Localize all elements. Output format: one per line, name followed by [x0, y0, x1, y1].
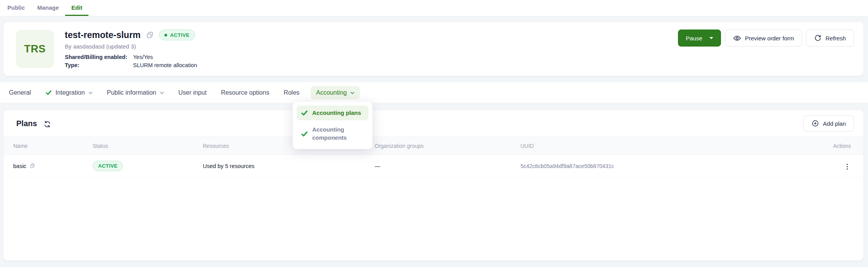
nav-tab-roles-label: Roles — [284, 89, 299, 96]
plans-table: Name Status Resources Organization group… — [3, 137, 863, 177]
nav-tab-general[interactable]: General — [9, 89, 31, 96]
column-header-organization-groups: Organization groups — [375, 137, 520, 155]
status-badge-label: ACTIVE — [170, 32, 190, 38]
plans-title: Plans — [16, 119, 37, 128]
section-nav: General Integration Public information U… — [0, 82, 868, 103]
row-actions-kebab-icon[interactable] — [844, 161, 851, 172]
plans-refresh-icon[interactable] — [43, 120, 51, 128]
status-badge: ACTIVE — [159, 29, 195, 40]
tab-edit[interactable]: Edit — [65, 0, 88, 16]
offering-header-card: TRS test-remote-slurm ACTIVE By aasdasda… — [3, 22, 864, 76]
menu-item-accounting-plans-label: Accounting plans — [312, 109, 361, 117]
column-header-actions: Actions — [813, 137, 863, 155]
add-plan-label: Add plan — [823, 120, 846, 127]
pause-button-label: Pause — [686, 35, 702, 42]
offering-details: Shared/Billing enabled: Yes/Yes Type: SL… — [65, 54, 197, 68]
avatar: TRS — [16, 30, 54, 68]
nav-tab-integration[interactable]: Integration — [45, 89, 93, 96]
copy-plan-name-icon[interactable] — [29, 163, 35, 169]
column-header-uuid: UUID — [520, 137, 813, 155]
menu-item-accounting-components[interactable]: Accounting components — [297, 122, 368, 145]
menu-item-accounting-components-label: Accounting components — [312, 126, 364, 142]
tab-public[interactable]: Public — [1, 0, 31, 16]
nav-tab-integration-label: Integration — [55, 89, 85, 96]
nav-tab-resource-options[interactable]: Resource options — [221, 89, 270, 96]
detail-label-type: Type: — [65, 62, 133, 68]
check-icon — [45, 89, 52, 96]
chevron-down-icon — [88, 92, 93, 94]
plus-circle-icon — [811, 120, 819, 127]
accounting-dropdown-menu: Accounting plans Accounting components — [293, 102, 372, 149]
detail-value-shared-billing: Yes/Yes — [133, 54, 197, 60]
menu-item-accounting-plans[interactable]: Accounting plans — [297, 106, 368, 120]
refresh-icon — [814, 35, 821, 42]
plan-organization-groups: — — [375, 155, 520, 177]
check-icon — [301, 109, 308, 116]
status-dot-icon — [164, 34, 167, 36]
detail-label-shared-billing: Shared/Billing enabled: — [65, 54, 133, 60]
chevron-down-icon — [160, 92, 164, 94]
tab-manage[interactable]: Manage — [31, 0, 65, 16]
chevron-down-icon — [350, 92, 354, 94]
plan-resources: Used by 5 resources — [203, 155, 375, 177]
header-actions: Pause Preview order form Refresh — [678, 29, 854, 47]
column-header-status: Status — [93, 137, 203, 155]
title-row: test-remote-slurm ACTIVE — [65, 29, 197, 40]
plan-status-badge: ACTIVE — [93, 161, 123, 171]
plan-uuid: 5c42c8cb05a94df9a87ace50b870431c — [520, 155, 813, 177]
check-icon — [301, 130, 308, 137]
eye-icon — [733, 34, 741, 42]
page-title: test-remote-slurm — [65, 30, 141, 40]
preview-order-form-button[interactable]: Preview order form — [725, 29, 802, 47]
nav-tab-general-label: General — [9, 89, 31, 96]
plan-row-basic: basic ACTIVE Used by 5 resources — 5c42c… — [3, 155, 863, 177]
byline: By aasdasdasd (updated 3) — [65, 43, 197, 50]
refresh-button[interactable]: Refresh — [806, 29, 854, 47]
nav-tab-resource-options-label: Resource options — [221, 89, 270, 96]
pause-button[interactable]: Pause — [678, 29, 721, 47]
nav-tab-accounting[interactable]: Accounting — [311, 86, 360, 99]
offering-summary: test-remote-slurm ACTIVE By aasdasdasd (… — [65, 29, 197, 68]
copy-title-icon[interactable] — [146, 31, 154, 39]
nav-tab-user-input-label: User input — [178, 89, 207, 96]
plans-table-header-row: Name Status Resources Organization group… — [3, 137, 863, 155]
offering-edit-page: { "colors": { "page_bg": "#f3f6f9", "pri… — [0, 0, 868, 267]
plan-name: basic — [13, 163, 26, 169]
nav-tab-user-input[interactable]: User input — [178, 89, 207, 96]
caret-down-icon — [709, 37, 713, 39]
plans-card: Plans Add plan Name Status — [3, 110, 864, 261]
detail-value-type: SLURM remote allocation — [133, 62, 197, 68]
preview-order-form-label: Preview order form — [745, 35, 794, 42]
add-plan-button[interactable]: Add plan — [803, 115, 854, 132]
plans-card-header: Plans Add plan — [3, 110, 863, 137]
refresh-button-label: Refresh — [825, 35, 846, 42]
nav-tab-public-information-label: Public information — [107, 89, 156, 96]
column-header-name: Name — [3, 137, 93, 155]
nav-tab-accounting-label: Accounting — [316, 89, 347, 96]
view-tab-bar: Public Manage Edit — [0, 0, 868, 16]
nav-tab-roles[interactable]: Roles — [284, 89, 299, 96]
nav-tab-public-information[interactable]: Public information — [107, 89, 164, 96]
